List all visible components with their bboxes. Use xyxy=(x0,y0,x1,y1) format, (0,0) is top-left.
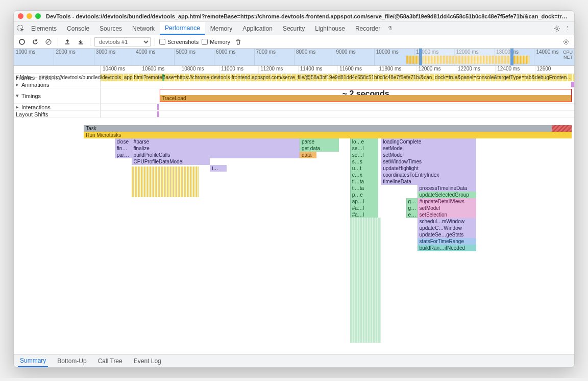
flame-bar[interactable]: setWindowTimes xyxy=(381,158,476,165)
flame-bar[interactable]: updateSe…geStats xyxy=(418,231,476,238)
flame-bar[interactable]: buildRan…ifNeeded xyxy=(418,245,476,251)
flask-icon: ⚗ xyxy=(387,25,393,32)
tab-recorder[interactable]: Recorder xyxy=(350,22,385,35)
tab-elements[interactable]: Elements xyxy=(26,22,62,35)
detail-tick: 11000 ms xyxy=(219,66,258,74)
flame-bar[interactable]: lo…e xyxy=(350,138,378,145)
flame-bar[interactable]: get data xyxy=(300,145,339,152)
flame-bar[interactable]: ti…ta xyxy=(350,185,378,192)
tab-application[interactable]: Application xyxy=(237,22,278,35)
tab-memory[interactable]: Memory xyxy=(205,22,237,35)
flame-bar[interactable]: timelineData xyxy=(381,178,476,185)
tab-lighthouse[interactable]: Lighthouse xyxy=(310,22,350,35)
traceload-bar[interactable]: TraceLoad xyxy=(160,95,571,102)
overview-selection[interactable] xyxy=(420,49,512,65)
trash-icon[interactable] xyxy=(233,37,243,47)
flame-bar[interactable]: finalize xyxy=(132,145,300,152)
tab-security[interactable]: Security xyxy=(278,22,310,35)
details-tab-bottom-up[interactable]: Bottom-Up xyxy=(55,354,88,367)
flame-bar[interactable]: statsForTimeRange xyxy=(418,238,476,245)
flame-bar[interactable]: p…e xyxy=(350,192,378,198)
layout-shifts-lane-label[interactable]: Layout Shifts xyxy=(14,111,101,117)
layout-shift-bar[interactable] xyxy=(157,111,159,117)
download-icon[interactable] xyxy=(76,37,86,47)
flame-bar[interactable]: e… xyxy=(406,211,418,218)
reload-icon[interactable] xyxy=(30,37,40,47)
traceload-region[interactable]: ~ 2 seconds TraceLoad xyxy=(160,89,572,102)
overview-ruler[interactable]: 1000 ms2000 ms3000 ms4000 ms5000 ms6000 … xyxy=(14,49,574,66)
tab-console[interactable]: Console xyxy=(62,22,94,35)
flame-bar[interactable]: s…s xyxy=(350,158,378,165)
upload-icon[interactable] xyxy=(62,37,72,47)
animations-bar[interactable] xyxy=(571,82,574,87)
flame-bar[interactable]: buildProfileCalls xyxy=(132,152,300,158)
flame-bar[interactable]: processTimelineData xyxy=(418,185,476,192)
animations-lane-label[interactable]: ▸Animations xyxy=(14,81,101,88)
panel-tabbar: ElementsConsoleSourcesNetworkPerformance… xyxy=(14,22,574,35)
flame-stripes-left xyxy=(132,166,199,197)
tab-performance[interactable]: Performance xyxy=(160,22,205,35)
flame-bar[interactable]: ap…l xyxy=(350,198,378,205)
maximize-window-button[interactable] xyxy=(35,13,41,19)
flame-bar[interactable]: setModel xyxy=(381,152,476,158)
flame-bar[interactable]: updateSelectedGroup xyxy=(418,192,476,198)
overview-tick: 7000 ms xyxy=(254,49,294,65)
details-tab-event-log[interactable]: Event Log xyxy=(132,354,163,367)
svg-point-5 xyxy=(565,41,567,43)
flame-bar[interactable]: Task xyxy=(84,125,571,132)
flame-bar[interactable]: setModel xyxy=(381,145,476,152)
record-icon[interactable] xyxy=(17,37,27,47)
interactions-lane-label[interactable]: ▸Interactions xyxy=(14,104,101,110)
flame-bar[interactable]: i… xyxy=(210,165,227,172)
flame-bar[interactable]: g… xyxy=(406,205,418,211)
flame-bar[interactable]: loadingComplete xyxy=(381,138,476,145)
flame-bar[interactable]: u…t xyxy=(350,165,378,172)
tab-sources[interactable]: Sources xyxy=(94,22,127,35)
flame-bar[interactable]: setSelection xyxy=(418,211,476,218)
main-thread-label[interactable]: ▾ Main — devtools://devtools/bundled/dev… xyxy=(14,74,574,81)
flame-bar[interactable]: ti…ta xyxy=(350,178,378,185)
flame-bar[interactable]: #a…l xyxy=(350,205,378,211)
flame-bar[interactable]: coordinatesToEntryIndex xyxy=(381,172,476,178)
flame-bar[interactable]: par…at xyxy=(115,152,132,158)
flame-bar[interactable]: data xyxy=(300,152,316,158)
inspect-icon[interactable] xyxy=(16,23,26,34)
flame-bar[interactable]: parse xyxy=(300,138,339,145)
overview-tick: 2000 ms xyxy=(54,49,93,65)
flame-stripes-mid xyxy=(350,218,381,343)
flame-bar[interactable]: g… xyxy=(406,198,418,205)
long-task-indicator[interactable] xyxy=(552,125,571,132)
flame-bar[interactable]: CPUProfileDataModel xyxy=(132,158,210,165)
capture-settings-icon[interactable] xyxy=(561,37,571,47)
screenshots-checkbox[interactable]: Screenshots xyxy=(159,39,199,45)
tab-network[interactable]: Network xyxy=(127,22,160,35)
flame-bar[interactable]: schedul…mWindow xyxy=(418,218,476,225)
details-tab-summary[interactable]: Summary xyxy=(18,354,48,367)
flame-bar[interactable]: se…l xyxy=(350,152,378,158)
settings-icon[interactable] xyxy=(552,23,562,34)
flame-bar[interactable]: se…l xyxy=(350,145,378,152)
flame-bar[interactable]: fin…ace xyxy=(115,145,132,152)
selection-handle-left[interactable] xyxy=(419,49,422,65)
flame-bar[interactable]: #parse xyxy=(132,138,300,145)
minimize-window-button[interactable] xyxy=(27,13,32,19)
selection-handle-right[interactable] xyxy=(510,49,513,65)
more-icon[interactable]: ⋮ xyxy=(562,23,572,34)
interactions-bar[interactable] xyxy=(157,104,159,110)
flame-bar[interactable]: c…x xyxy=(350,172,378,178)
flame-bar[interactable]: setModel xyxy=(418,205,476,211)
svg-line-4 xyxy=(47,40,50,43)
clear-icon[interactable] xyxy=(43,37,54,47)
timings-lane-label[interactable]: ▾Timings xyxy=(14,88,101,103)
flame-bar[interactable]: updateHighlight xyxy=(381,165,476,172)
flame-bar[interactable]: #updateDetailViews xyxy=(418,198,476,205)
flame-chart[interactable]: TaskRun Microtasksclose#parseparselo…elo… xyxy=(14,118,574,343)
flame-bar[interactable]: close xyxy=(115,138,132,145)
flame-bar[interactable]: updateC…Window xyxy=(418,225,476,231)
details-tab-call-tree[interactable]: Call Tree xyxy=(96,354,125,367)
close-window-button[interactable] xyxy=(18,13,23,19)
flame-bar[interactable]: Run Microtasks xyxy=(84,132,571,138)
memory-checkbox[interactable]: Memory xyxy=(202,39,230,45)
session-select[interactable]: devtools #1 xyxy=(94,37,151,46)
svg-point-1 xyxy=(556,28,558,30)
